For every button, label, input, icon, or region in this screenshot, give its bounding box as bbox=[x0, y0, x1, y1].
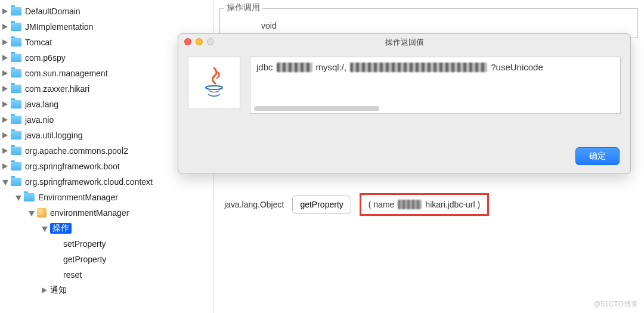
folder-icon bbox=[11, 147, 21, 155]
redacted-text bbox=[350, 63, 487, 72]
folder-icon bbox=[11, 38, 21, 47]
tree-operation[interactable]: getProperty bbox=[2, 252, 210, 267]
folder-icon bbox=[11, 178, 21, 186]
result-fragment: jdbc bbox=[256, 62, 273, 72]
tree-item-expanded[interactable]: org.springframework.cloud.context bbox=[2, 174, 210, 190]
ok-button[interactable]: 确定 bbox=[575, 147, 620, 165]
watermark: @51CTO博客 bbox=[593, 299, 638, 309]
tree-item[interactable]: 通知 bbox=[2, 283, 210, 298]
folder-icon bbox=[11, 85, 21, 93]
tree-item-selected[interactable]: 操作 bbox=[2, 221, 210, 236]
close-icon[interactable] bbox=[184, 38, 191, 45]
result-dialog: 操作返回值 jdbc mysql:/, ?useUnicode 确定 bbox=[178, 33, 631, 174]
dialog-title: 操作返回值 bbox=[385, 37, 424, 48]
void-label: void bbox=[261, 21, 277, 30]
invoke-row: java.lang.Object getProperty ( name hika… bbox=[224, 193, 638, 216]
return-type: java.lang.Object bbox=[224, 200, 284, 209]
tree-operation[interactable]: setProperty bbox=[2, 236, 210, 252]
result-fragment: ?useUnicode bbox=[491, 62, 543, 72]
redacted-text bbox=[277, 63, 312, 72]
invoke-button[interactable]: getProperty bbox=[292, 196, 351, 213]
operations-node: 操作 bbox=[50, 223, 72, 234]
section-title: 操作调用 bbox=[224, 2, 262, 13]
tree-item-expanded[interactable]: environmentManager bbox=[2, 205, 210, 221]
tree-item-expanded[interactable]: EnvironmentManager bbox=[2, 190, 210, 205]
minimize-icon[interactable] bbox=[196, 38, 203, 45]
zoom-icon bbox=[207, 38, 214, 45]
svg-point-0 bbox=[206, 86, 222, 89]
folder-icon bbox=[11, 100, 21, 109]
result-text[interactable]: jdbc mysql:/, ?useUnicode bbox=[250, 57, 621, 114]
folder-icon bbox=[11, 7, 21, 16]
tree-item[interactable]: DefaultDomain bbox=[2, 4, 210, 19]
result-fragment: mysql:/, bbox=[316, 62, 347, 72]
folder-icon bbox=[11, 54, 21, 62]
folder-icon bbox=[11, 23, 21, 31]
param-value: hikari.jdbc-url ) bbox=[425, 200, 480, 209]
folder-icon bbox=[11, 131, 21, 140]
redacted-text bbox=[398, 200, 422, 209]
tree-operation[interactable]: reset bbox=[2, 267, 210, 283]
folder-icon bbox=[11, 69, 21, 78]
java-icon bbox=[188, 57, 240, 109]
folder-icon bbox=[11, 162, 21, 171]
param-prefix: ( name bbox=[369, 200, 395, 209]
horizontal-scrollbar[interactable] bbox=[254, 106, 379, 111]
parameter-highlight: ( name hikari.jdbc-url ) bbox=[360, 193, 489, 216]
dialog-titlebar[interactable]: 操作返回值 bbox=[178, 34, 630, 51]
bean-icon bbox=[37, 208, 47, 218]
folder-icon bbox=[11, 116, 21, 124]
tree-item[interactable]: JMImplementation bbox=[2, 19, 210, 35]
folder-icon bbox=[24, 193, 35, 202]
